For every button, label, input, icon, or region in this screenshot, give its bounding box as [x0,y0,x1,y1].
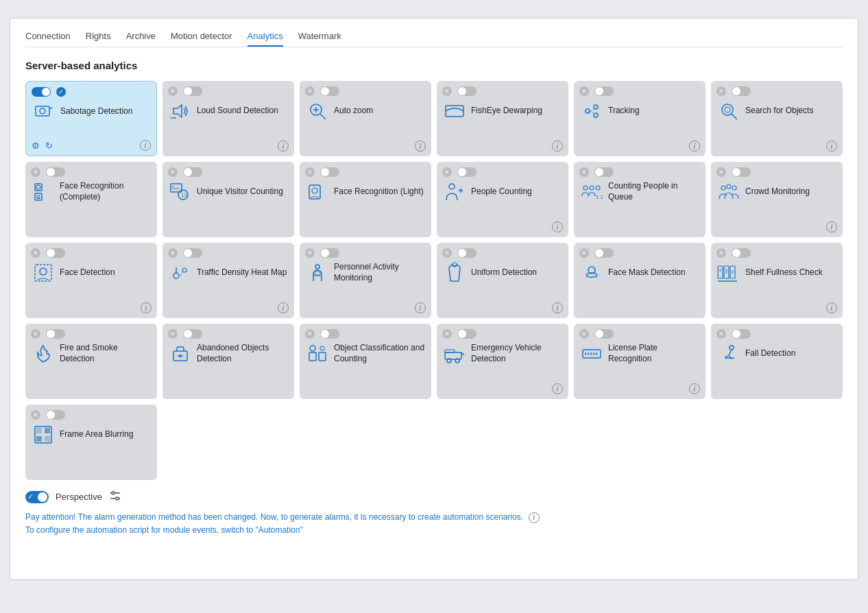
toggle-search-objects[interactable] [732,86,751,96]
settings-icon[interactable]: ⚙ [32,141,40,151]
xbtn-face-recog-light[interactable]: ✕ [305,167,315,177]
nav-archive[interactable]: Archive [126,31,156,47]
toggle-traffic-density[interactable] [183,248,202,258]
xbtn-tracking[interactable]: ✕ [579,86,589,96]
toggle-face-mask[interactable] [594,248,614,258]
refresh-icon[interactable]: ↻ [45,141,53,151]
xbtn-abandoned[interactable]: ✕ [168,329,178,339]
card-fall-detection[interactable]: ✕ Fall Detection [711,324,843,399]
card-loud-sound[interactable]: ✕ Loud Sound Detection [162,81,294,156]
toggle-object-class[interactable] [320,329,339,339]
card-search-objects[interactable]: ✕ Search for Objects [711,81,843,156]
toggle-abandoned[interactable] [183,329,202,339]
xbtn-shelf-fullness[interactable]: ✕ [716,248,726,258]
xbtn-loud-sound[interactable]: ✕ [168,86,178,96]
info-emergency-vehicle[interactable]: i [552,383,563,394]
toggle-face-recog-complete[interactable] [46,167,65,177]
toggle-sabotage[interactable] [32,87,51,97]
nav-rights[interactable]: Rights [86,31,111,47]
toggle-shelf-fullness[interactable] [732,248,751,258]
toggle-fisheye[interactable] [457,86,477,96]
nav-analytics[interactable]: Analytics [248,31,283,47]
toggle-counting-queue[interactable] [594,167,614,177]
info-auto-zoom[interactable]: i [415,141,426,152]
xbtn-unique-visitor[interactable]: ✕ [168,167,178,177]
xbtn-face-detection[interactable]: ✕ [31,248,40,258]
info-circle-icon[interactable]: i [529,512,540,523]
info-uniform-detection[interactable]: i [552,302,563,313]
xbtn-object-class[interactable]: ✕ [305,329,315,339]
xbtn-uniform-detection[interactable]: ✕ [442,248,452,258]
xbtn-face-recog-complete[interactable]: ✕ [31,167,40,177]
info-personnel-activity[interactable]: i [415,302,426,313]
card-emergency-vehicle[interactable]: ✕ Emergency [437,324,568,399]
card-face-detection[interactable]: ✕ Face Detection [25,243,157,318]
toggle-face-detection[interactable] [46,248,65,258]
info-loud-sound[interactable]: i [278,141,289,152]
xbtn-frame-area[interactable]: ✕ [31,410,40,420]
card-uniform-detection[interactable]: ✕ Uniform Detection i [437,243,568,318]
toggle-license-plate[interactable] [594,329,614,339]
xbtn-traffic-density[interactable]: ✕ [168,248,178,258]
card-personnel-activity[interactable]: ✕ Personnel Activity Monitori [300,243,431,318]
toggle-crowd-monitoring[interactable] [732,167,751,177]
toggle-fire-smoke[interactable] [46,329,65,339]
toggle-frame-area[interactable] [46,410,65,420]
card-unique-visitor[interactable]: ✕ 12 Unique V [162,162,294,237]
nav-watermark[interactable]: Watermark [298,31,341,47]
card-face-recog-light[interactable]: ✕ Face Recognition (Light) [300,162,431,237]
card-abandoned[interactable]: ✕ Abandoned Objects Detection [162,324,294,399]
info-crowd-monitoring[interactable]: i [826,221,837,232]
xbtn-emergency-vehicle[interactable]: ✕ [442,329,452,339]
card-sabotage[interactable]: ✓ Sabotage Detection [25,81,157,156]
info-shelf-fullness[interactable]: i [826,302,837,313]
card-people-counting[interactable]: ✕ People Counting [437,162,568,237]
toggle-uniform-detection[interactable] [457,248,477,258]
card-license-plate[interactable]: ✕ [574,324,706,399]
card-fisheye[interactable]: ✕ FishEye Dewarping i [437,81,568,156]
card-shelf-fullness[interactable]: ✕ [711,243,843,318]
toggle-auto-zoom[interactable] [320,86,339,96]
toggle-loud-sound[interactable] [183,86,202,96]
card-object-class[interactable]: ✕ Object Classification and C [300,324,431,399]
card-fire-smoke[interactable]: ✕ Fire and Smoke Detection [25,324,157,399]
nav-connection[interactable]: Connection [25,31,71,47]
xbtn-personnel-activity[interactable]: ✕ [305,248,315,258]
perspective-toggle[interactable]: ✓ [25,491,49,503]
toggle-tracking[interactable] [594,86,614,96]
sliders-icon[interactable] [109,490,121,504]
toggle-emergency-vehicle[interactable] [457,329,477,339]
toggle-unique-visitor[interactable] [183,167,202,177]
info-tracking[interactable]: i [689,141,700,152]
info-traffic-density[interactable]: i [278,302,289,313]
info-face-detection[interactable]: i [141,302,152,313]
card-crowd-monitoring[interactable]: ✕ [711,162,843,237]
toggle-people-counting[interactable] [457,167,477,177]
info-sabotage[interactable]: i [140,140,151,151]
card-frame-area[interactable]: ✕ Frame Area [25,405,157,480]
card-counting-queue[interactable]: ✕ 1 2 3 [574,162,706,237]
card-traffic-density[interactable]: ✕ Traffic Density Heat Map [162,243,294,318]
xbtn-face-mask[interactable]: ✕ [579,248,589,258]
toggle-personnel-activity[interactable] [320,248,339,258]
toggle-face-recog-light[interactable] [320,167,339,177]
card-tracking[interactable]: ✕ Tracking [574,81,706,156]
info-people-counting[interactable]: i [552,221,563,232]
nav-motion-detector[interactable]: Motion detector [171,31,232,47]
card-auto-zoom[interactable]: ✕ Auto zoom [300,81,431,156]
card-face-recog-complete[interactable]: ✕ Face Recog [25,162,157,237]
xbtn-fisheye[interactable]: ✕ [442,86,452,96]
info-license-plate[interactable]: i [689,383,700,394]
xbtn-search-objects[interactable]: ✕ [716,86,726,96]
xbtn-people-counting[interactable]: ✕ [442,167,452,177]
info-fisheye[interactable]: i [552,141,563,152]
card-face-mask[interactable]: ✕ Face Mask [574,243,706,318]
info-search-objects[interactable]: i [826,141,837,152]
xbtn-license-plate[interactable]: ✕ [579,329,589,339]
xbtn-auto-zoom[interactable]: ✕ [305,86,315,96]
toggle-fall-detection[interactable] [732,329,751,339]
xbtn-crowd-monitoring[interactable]: ✕ [716,167,726,177]
xbtn-fire-smoke[interactable]: ✕ [31,329,40,339]
xbtn-fall-detection[interactable]: ✕ [716,329,726,339]
xbtn-counting-queue[interactable]: ✕ [579,167,589,177]
